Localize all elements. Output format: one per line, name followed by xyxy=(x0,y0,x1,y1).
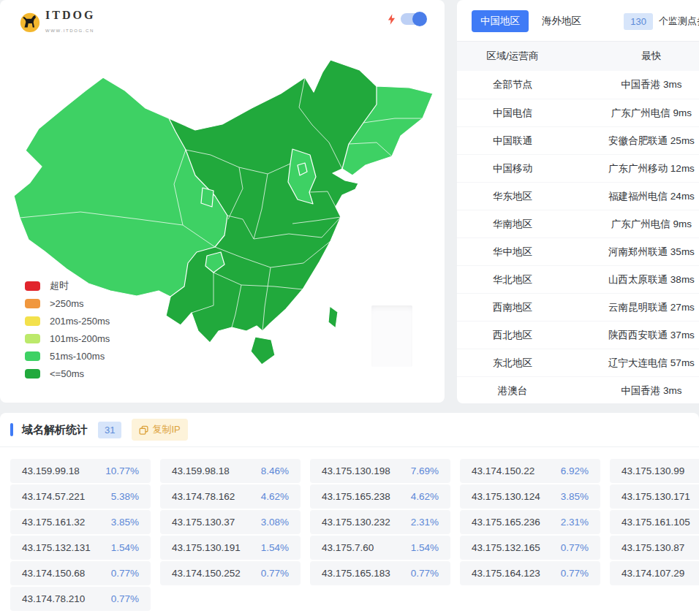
ip-cell: 43.174.107.29 xyxy=(610,561,699,585)
ip-address: 43.175.165.236 xyxy=(472,517,540,528)
region-row[interactable]: 西南地区云南昆明联通 27ms xyxy=(457,293,699,321)
fastest-value: 山西太原联通 38ms xyxy=(568,273,699,286)
region-row[interactable]: 港澳台中国香港 3ms xyxy=(457,376,699,404)
ip-percentage: 7.69% xyxy=(411,465,439,476)
region-name: 中国电信 xyxy=(457,107,568,120)
copy-ip-button[interactable]: 复制IP xyxy=(132,419,187,441)
ip-percentage: 3.85% xyxy=(561,491,589,502)
region-row[interactable]: 中国电信广东广州电信 9ms xyxy=(457,99,699,126)
region-table-body: 全部节点中国香港 3ms中国电信广东广州电信 9ms中国联通安徽合肥联通 25m… xyxy=(457,71,699,404)
ip-percentage: 3.08% xyxy=(261,517,289,528)
legend-item: 201ms-250ms xyxy=(25,312,110,330)
region-name: 东北地区 xyxy=(457,357,568,370)
header-region: 区域/运营商 xyxy=(457,50,568,63)
ip-cell: 43.175.130.1987.69% xyxy=(310,459,450,483)
legend-label: <=50ms xyxy=(50,368,84,379)
region-tabs-row: 中国地区海外地区 130 个监测点参与测试 xyxy=(457,0,699,41)
ip-percentage: 1.54% xyxy=(261,542,289,553)
ip-percentage: 1.54% xyxy=(411,542,439,553)
faint-watermark xyxy=(371,305,412,367)
region-row[interactable]: 全部节点中国香港 3ms xyxy=(457,71,699,99)
ip-percentage: 1.54% xyxy=(111,542,139,553)
legend-swatch xyxy=(25,281,40,291)
ip-percentage: 4.62% xyxy=(411,491,439,502)
monitor-count-badge: 130 xyxy=(624,13,653,30)
ip-address: 43.175.130.99 xyxy=(621,465,684,476)
ip-percentage: 5.38% xyxy=(111,491,139,502)
ip-cell: 43.175.165.2384.62% xyxy=(310,484,450,509)
speed-mode-toggle[interactable] xyxy=(401,13,426,25)
monitor-count-label: 个监测点参与测试 xyxy=(659,15,699,28)
fastest-value: 河南郑州联通 35ms xyxy=(568,246,699,259)
region-row[interactable]: 中国联通安徽合肥联通 25ms xyxy=(457,126,699,154)
ip-cell: 43.174.150.2520.77% xyxy=(160,561,301,585)
ip-address: 43.175.164.123 xyxy=(472,568,540,579)
region-row[interactable]: 华南地区广东广州电信 9ms xyxy=(457,210,699,237)
ip-cell: 43.174.78.2100.77% xyxy=(10,587,151,611)
fastest-value: 陕西西安联通 37ms xyxy=(568,329,699,342)
map-region-taiwan xyxy=(328,306,338,328)
ip-percentage: 3.85% xyxy=(111,517,139,528)
region-row[interactable]: 华中地区河南郑州联通 35ms xyxy=(457,237,699,265)
region-name: 西南地区 xyxy=(457,301,568,314)
ip-percentage: 0.77% xyxy=(111,593,139,604)
region-tabs: 中国地区海外地区 xyxy=(472,10,590,32)
region-row[interactable]: 东北地区辽宁大连电信 57ms xyxy=(457,349,699,376)
ip-address: 43.175.130.191 xyxy=(172,542,241,553)
fastest-value: 云南昆明联通 27ms xyxy=(568,301,699,314)
region-row[interactable]: 西北地区陕西西安联通 37ms xyxy=(457,321,699,349)
region-table: 区域/运营商 最快 全部节点中国香港 3ms中国电信广东广州电信 9ms中国联通… xyxy=(457,41,699,404)
logo-subtitle: WWW.ITDOG.CN xyxy=(45,28,94,33)
copy-ip-label: 复制IP xyxy=(152,423,180,436)
ip-percentage: 0.77% xyxy=(561,568,589,579)
legend-label: >250ms xyxy=(50,298,84,309)
ip-percentage: 6.92% xyxy=(561,465,589,476)
ip-address: 43.174.78.162 xyxy=(172,491,235,502)
region-row[interactable]: 华东地区福建福州电信 24ms xyxy=(457,182,699,210)
ip-count-badge: 31 xyxy=(98,422,121,438)
ip-address: 43.175.132.131 xyxy=(22,542,91,553)
ip-cell: 43.174.150.226.92% xyxy=(460,459,600,483)
ip-cell: 43.175.161.105 xyxy=(610,510,699,534)
ip-address: 43.174.150.22 xyxy=(472,465,534,476)
legend-label: 101ms-200ms xyxy=(50,333,110,344)
ip-cell: 43.159.98.188.46% xyxy=(160,459,301,483)
legend-label: 51ms-100ms xyxy=(50,351,105,362)
map-region-ningxia xyxy=(201,188,214,207)
logo-title: ITDOG xyxy=(45,9,95,21)
ip-cell: 43.175.130.373.08% xyxy=(160,510,301,534)
ip-address: 43.175.161.105 xyxy=(621,517,690,528)
region-row[interactable]: 中国移动广东广州移动 12ms xyxy=(457,154,699,182)
fastest-value: 广东广州移动 12ms xyxy=(568,162,699,175)
tab-中国地区[interactable]: 中国地区 xyxy=(472,10,529,32)
ip-percentage: 0.77% xyxy=(411,568,439,579)
map-tools xyxy=(388,13,426,25)
copy-icon xyxy=(139,425,148,435)
header-fastest: 最快 xyxy=(568,50,699,63)
region-name: 华北地区 xyxy=(457,273,568,286)
fastest-value: 中国香港 3ms xyxy=(568,78,699,91)
legend-label: 201ms-250ms xyxy=(50,316,110,327)
ip-cell: 43.175.164.1230.77% xyxy=(460,561,600,585)
ip-cell: 43.159.99.1810.77% xyxy=(10,459,151,483)
region-row[interactable]: 华北地区山西太原联通 38ms xyxy=(457,265,699,293)
ip-percentage: 2.31% xyxy=(411,517,439,528)
ip-cell: 43.175.130.1243.85% xyxy=(460,484,600,509)
region-name: 全部节点 xyxy=(457,78,568,91)
region-name: 港澳台 xyxy=(457,384,568,398)
ip-cell: 43.175.130.99 xyxy=(610,459,699,483)
ip-cell: 43.175.130.2322.31% xyxy=(310,510,450,534)
ip-address: 43.175.130.87 xyxy=(621,542,684,553)
ip-cell: 43.174.57.2215.38% xyxy=(10,484,151,509)
legend-label: 超时 xyxy=(50,279,69,292)
ip-address: 43.174.150.68 xyxy=(22,568,85,579)
ip-percentage: 10.77% xyxy=(105,465,139,476)
itdog-logo-link[interactable]: ITDOG WWW.ITDOG.CN xyxy=(19,9,95,35)
ip-address: 43.174.150.252 xyxy=(172,568,241,579)
latency-map-card: ITDOG WWW.ITDOG.CN xyxy=(0,0,445,403)
fastest-value: 中国香港 3ms xyxy=(568,384,699,398)
region-name: 华东地区 xyxy=(457,190,568,203)
ip-cell: 43.175.165.2362.31% xyxy=(460,510,600,534)
tab-海外地区[interactable]: 海外地区 xyxy=(533,10,590,32)
region-name: 西北地区 xyxy=(457,329,568,342)
